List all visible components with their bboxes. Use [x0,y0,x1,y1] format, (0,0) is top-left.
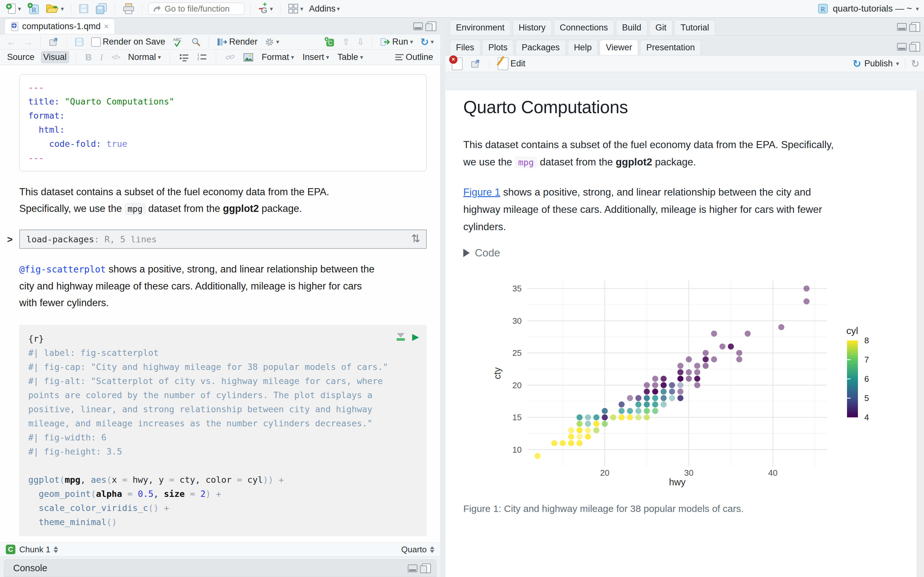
italic-button[interactable]: I [98,52,105,63]
pane-layout-caret-icon[interactable]: ▾ [300,6,304,12]
text-token: #| fig-alt: "Scatterplot of city vs. hig… [28,376,383,386]
find-replace-button[interactable] [189,36,203,48]
source-doc-button[interactable]: ↻ ▾ [418,35,436,49]
insert-menu[interactable]: Insert ▾ [300,52,331,63]
popout-button[interactable] [47,37,61,47]
publish-label[interactable]: Publish [864,59,893,69]
code-chunk-fig-scatterplot[interactable]: ▶ {r}#| label: fig-scatterplot#| fig-cap… [19,325,427,536]
tab-connections[interactable]: Connections [554,20,614,35]
code-fold-disclosure[interactable]: Code [463,247,500,259]
minimize-pane-icon[interactable] [413,23,423,30]
tab-packages[interactable]: Packages [515,40,566,55]
outline-toggle[interactable]: Outline [393,52,435,63]
insert-chunk-button[interactable]: C [322,35,337,48]
chunk-expand-chevron-icon[interactable]: > [7,234,13,245]
save-button[interactable] [77,3,90,15]
render-on-save-checkbox[interactable] [91,37,101,47]
prev-chunk-button[interactable]: ⇧ [341,36,352,48]
doc-mode-label[interactable]: Quarto [401,545,427,554]
numbered-list-button[interactable]: 12 [195,53,209,62]
code-format-button[interactable]: </> [110,53,121,62]
new-file-button[interactable]: ▾ [5,2,23,15]
pane-layout-icon [288,3,299,15]
tab-git[interactable]: Git [649,20,673,35]
clear-viewer-button[interactable]: × [450,57,465,71]
console-pane-header[interactable]: Console [4,559,436,577]
addins-menu[interactable]: Addins ▾ [308,3,341,15]
maximize-pane-icon[interactable] [427,21,436,31]
yaml-metadata-block[interactable]: ---title: "Quarto Computations"format: h… [19,74,427,171]
source-mode-button[interactable]: Source [5,52,37,63]
viewer-scrollbar[interactable] [917,90,924,577]
new-project-button[interactable]: R [26,2,41,16]
console-minimize-icon[interactable] [408,564,417,572]
tab-history[interactable]: History [513,20,552,35]
viewer-refresh-icon[interactable]: ↻ [911,58,919,70]
tab-presentation[interactable]: Presentation [640,40,701,55]
forward-button[interactable]: → [21,36,35,48]
link-button[interactable] [223,53,237,62]
open-file-button[interactable]: ▾ [44,2,65,15]
run-chunks-above-button[interactable] [397,333,405,341]
code-line: code-fold: true [28,137,418,151]
render-on-save-toggle[interactable]: Render on Save [89,36,167,47]
tab-plots[interactable]: Plots [482,40,514,55]
editor-paragraph[interactable]: This dataset contains a subset of the fu… [19,184,417,218]
bullet-list-button[interactable] [178,53,191,62]
spellcheck-button[interactable]: ABC [170,36,186,48]
bold-button[interactable]: B [83,52,94,63]
print-button[interactable] [121,2,136,15]
code-line: title: "Quarto Computations" [28,95,418,109]
pane-divider[interactable] [440,18,445,577]
next-chunk-button[interactable]: ⇩ [355,36,366,48]
image-button[interactable] [241,52,255,63]
chunk-nav-updown-icon[interactable] [53,546,58,553]
fig-scatterplot-ref[interactable]: @fig-scatterplot [19,264,106,275]
maximize-pane-icon[interactable] [911,22,920,32]
render-button[interactable]: Render [215,36,260,47]
git-caret-icon[interactable]: ▾ [270,6,273,12]
new-file-caret-icon[interactable]: ▾ [18,6,21,12]
save-all-button[interactable] [94,2,109,15]
collapsed-chunk-load-packages[interactable]: > load-packages: R, 5 lines ⇅ [19,229,427,249]
save-doc-button[interactable] [73,37,86,47]
chunk-expand-icon[interactable]: ⇅ [411,232,421,245]
chunk-nav-label[interactable]: Chunk 1 [19,545,50,554]
visual-editor-canvas[interactable]: ---title: "Quarto Computations"format: h… [0,65,440,542]
run-button[interactable]: Run ▾ [378,36,415,47]
paragraph-style-menu[interactable]: Normal ▾ [126,52,163,63]
figure-1-link[interactable]: Figure 1 [463,186,501,198]
table-menu[interactable]: Table ▾ [336,52,365,63]
tab-environment[interactable]: Environment [450,20,511,35]
minimize-pane-icon[interactable] [897,43,907,51]
goto-file-input[interactable] [164,3,239,14]
data-point [627,395,633,401]
open-file-caret-icon[interactable]: ▾ [61,6,64,12]
tab-help[interactable]: Help [568,40,598,55]
format-menu[interactable]: Format ▾ [260,52,296,63]
text-token: mpg [125,203,145,215]
run-chunk-button[interactable]: ▶ [412,332,419,342]
render-settings-button[interactable]: ▾ [263,37,281,47]
doc-mode-updown-icon[interactable] [430,546,435,553]
git-button[interactable]: G+ ▾ [256,2,274,16]
pane-layout-button[interactable]: ▾ [286,2,305,15]
tab-computations-qmd[interactable]: computations-1.qmd × [5,19,115,34]
publish-caret-icon[interactable]: ▾ [896,61,899,67]
editor-paragraph[interactable]: @fig-scatterplot shows a positive, stron… [19,261,417,311]
tab-viewer[interactable]: Viewer [599,40,638,55]
minimize-pane-icon[interactable] [897,23,907,31]
maximize-pane-icon[interactable] [911,42,920,52]
viewer-popout-button[interactable] [468,58,483,69]
goto-file-search[interactable] [148,3,244,15]
tab-build[interactable]: Build [616,20,648,35]
back-button[interactable]: ← [5,36,18,48]
tab-close-icon[interactable]: × [104,21,109,31]
tab-files[interactable]: Files [450,40,480,55]
publish-icon[interactable]: ↻ [853,58,861,70]
tab-tutorial[interactable]: Tutorial [674,20,715,35]
visual-mode-button[interactable]: Visual [41,51,69,63]
project-menu[interactable]: R quarto-tutorials — ~ ▾ [817,3,919,15]
console-maximize-icon[interactable] [422,564,431,573]
edit-button[interactable]: Edit [496,57,527,71]
